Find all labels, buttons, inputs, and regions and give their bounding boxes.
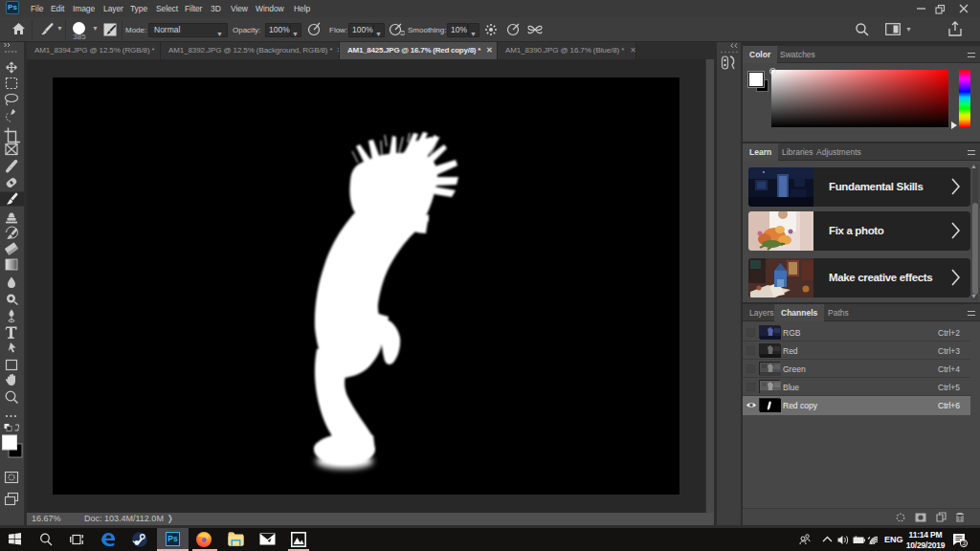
svg-text:3: 3 — [962, 540, 966, 546]
